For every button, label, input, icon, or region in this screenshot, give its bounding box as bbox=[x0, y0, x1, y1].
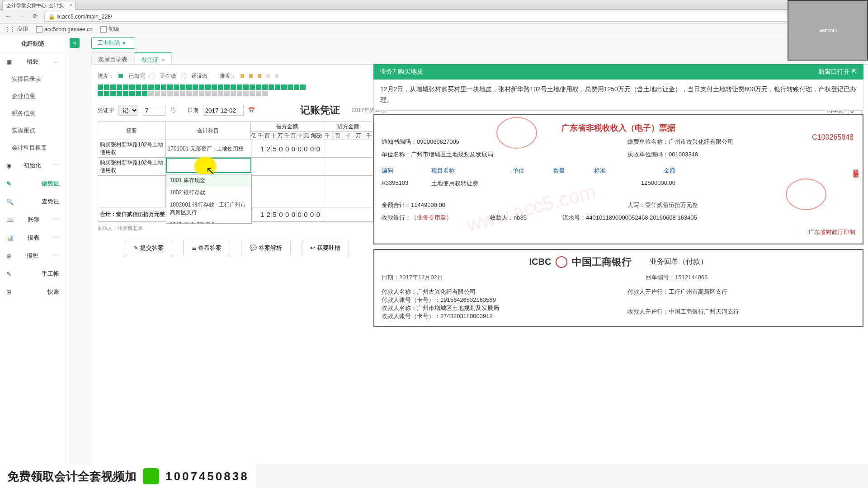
credit-amount-cell[interactable] bbox=[323, 158, 373, 175]
reload-icon[interactable]: ⟳ bbox=[31, 13, 39, 21]
debit-amount-cell[interactable]: 1250000000 bbox=[251, 140, 323, 157]
explain-answer-button[interactable]: 💬 答案解析 bbox=[241, 241, 291, 255]
progress-label: 进度： bbox=[98, 72, 114, 80]
sidebar-quick[interactable]: ⊞ 快账 bbox=[0, 283, 66, 301]
sidebar: 化纤制造 ▦ 概要︿ 实操目录表 企业信息 税务信息 实操重点 会计科目概要 ◉… bbox=[0, 35, 66, 465]
difficulty-label: 难度： bbox=[220, 72, 236, 80]
page-icon bbox=[36, 26, 42, 33]
url-text: lx.acc5.com/main_228/ bbox=[57, 14, 112, 20]
receipt-document-1: 广东省非税收收入（电子）票据 C100265848 第二联 交款人 www.ac… bbox=[373, 114, 863, 244]
maker-label: 制单人： bbox=[98, 225, 118, 231]
sidebar-report[interactable]: 📊 报表﹀ bbox=[0, 229, 66, 247]
voucher-grid: 摘要 会计科目 借方金额 亿千百十万千百十元角分 贷方金额 亿千百十万千百 购买… bbox=[98, 122, 373, 222]
col-account: 会计科目 bbox=[165, 122, 251, 140]
icbc-en: ICBC bbox=[529, 257, 552, 267]
date-input[interactable] bbox=[203, 105, 244, 116]
bookmark-2[interactable]: 初级 bbox=[100, 25, 119, 33]
chevron-down-icon: ﹀ bbox=[53, 216, 59, 224]
square-icon bbox=[181, 74, 185, 78]
print-footer: 广东省财政厅印制 bbox=[382, 228, 855, 236]
apps-button[interactable]: ⋮⋮ 应用 bbox=[5, 25, 28, 33]
square-icon bbox=[150, 74, 154, 78]
receipt-copy-label: 第二联 交款人 bbox=[852, 165, 860, 167]
debit-amount-cell[interactable] bbox=[251, 158, 323, 175]
summary-cell[interactable]: 购买张村新华路102号土地使用权 bbox=[98, 140, 166, 157]
sidebar-item-acctover[interactable]: 会计科目概要 bbox=[0, 139, 66, 156]
account-dropdown: 1001 库存现金 1002 银行存款 1002001 银行存款 - 工行广州市… bbox=[166, 174, 252, 224]
footer-text: 免费领取会计全套视频加 bbox=[7, 469, 137, 484]
receipt-no: C100265848 bbox=[812, 133, 854, 141]
chevron-down-icon: ﹀ bbox=[53, 234, 59, 242]
sidebar-item-keypoint[interactable]: 实操重点 bbox=[0, 122, 66, 139]
submit-answer-button[interactable]: ✎ 提交答案 bbox=[125, 241, 172, 255]
page-icon bbox=[100, 26, 107, 33]
wechat-icon bbox=[143, 468, 159, 484]
dropdown-item[interactable]: 1002 银行存款 bbox=[166, 187, 251, 199]
sidebar-item-taxinfo[interactable]: 税务信息 bbox=[0, 105, 66, 122]
dropdown-item[interactable]: 1001 库存现金 bbox=[166, 174, 251, 187]
sidebar-item-company[interactable]: 企业信息 bbox=[0, 88, 66, 105]
address-bar[interactable]: 🔒 lx.acc5.com/main_228/ bbox=[44, 12, 837, 22]
task-description: 12月2日，从增城张村购买村里一块地皮，张村新华路102号土地使用权，总费用12… bbox=[373, 80, 863, 111]
account-cell[interactable]: 1701001 无形资产 - 土地使用权 bbox=[166, 140, 251, 157]
bookmark-1[interactable]: acc5com.gensee.cc bbox=[36, 26, 92, 33]
collapse-sidebar-button[interactable]: « bbox=[70, 38, 80, 48]
browser-tab[interactable]: 会计学堂实操中心_会计实× bbox=[2, 1, 75, 10]
close-icon[interactable]: × bbox=[70, 2, 72, 8]
col-debit: 借方金额 bbox=[251, 122, 323, 132]
sidebar-query[interactable]: 🔍 查凭证 bbox=[0, 192, 66, 211]
col-summary: 摘要 bbox=[98, 122, 165, 140]
progress-cells bbox=[98, 84, 306, 96]
apps-label: 应用 bbox=[17, 25, 28, 33]
task-title: 业务7 购买地皮 bbox=[380, 68, 423, 76]
col-credit: 贷方金额 bbox=[323, 122, 373, 132]
voucher-type-label: 凭证字 bbox=[98, 107, 114, 114]
icbc-name: 中国工商银行 bbox=[572, 255, 632, 269]
chevron-down-icon: ﹀ bbox=[53, 252, 59, 260]
calendar-icon[interactable]: 📅 bbox=[248, 107, 255, 113]
sidebar-manual[interactable]: ✎ 手工帐 bbox=[0, 265, 66, 283]
footer-banner: 免费领取会计全套视频加 1007450838 bbox=[0, 465, 256, 488]
chevron-up-icon: ︿ bbox=[53, 57, 59, 66]
total-credit bbox=[323, 207, 373, 221]
sidebar-overview[interactable]: ▦ 概要︿ bbox=[0, 52, 66, 70]
back-icon[interactable]: ← bbox=[4, 13, 12, 21]
sidebar-tax[interactable]: ⊕ 报税﹀ bbox=[0, 247, 66, 265]
summary-cell[interactable]: 购买张村新华路102号土地使用权 bbox=[98, 158, 166, 175]
sidebar-item-catalog[interactable]: 实操目录表 bbox=[0, 70, 66, 88]
complain-button[interactable]: ↩ 我要吐槽 bbox=[302, 241, 349, 255]
industry-select[interactable]: 工业制造 ▾ bbox=[91, 37, 135, 49]
footer-qq: 1007450838 bbox=[165, 469, 249, 483]
close-icon[interactable]: × bbox=[161, 56, 165, 63]
chevron-down-icon: ﹀ bbox=[53, 161, 59, 169]
sidebar-voucher[interactable]: ✎ 做凭证 bbox=[0, 174, 66, 192]
task-header: 业务7 购买地皮 新窗口打开 ⇱ bbox=[373, 64, 863, 80]
stamp-icon bbox=[496, 117, 537, 149]
voucher-number-input[interactable] bbox=[143, 105, 165, 116]
dropdown-item[interactable]: 1002001 银行存款 - 工行广州市高新区支行 bbox=[166, 199, 251, 219]
voucher-title: 记账凭证 bbox=[300, 103, 340, 117]
tab-title: 会计学堂实操中心_会计实 bbox=[6, 3, 64, 8]
difficulty-icon bbox=[241, 74, 244, 78]
stamp-icon bbox=[786, 178, 826, 210]
receipt2-title: 业务回单（付款） bbox=[650, 257, 708, 267]
voucher-type-select[interactable]: 记 bbox=[118, 105, 138, 116]
total-debit: 1250000000 bbox=[251, 207, 323, 221]
receipt-document-2: ICBC 中国工商银行 业务回单（付款） 日期：2017年12月02日 回单编号… bbox=[373, 249, 863, 327]
sidebar-ledger[interactable]: 📖 账簿﹀ bbox=[0, 211, 66, 229]
view-answer-button[interactable]: ≣ 查看答案 bbox=[183, 241, 231, 255]
date-label: 日期 bbox=[188, 107, 198, 114]
webcam-overlay: webcam bbox=[788, 0, 868, 61]
sidebar-title: 化纤制造 bbox=[0, 35, 66, 52]
forward-icon[interactable]: → bbox=[17, 13, 25, 21]
square-icon bbox=[118, 74, 123, 78]
credit-amount-cell[interactable] bbox=[323, 140, 373, 157]
open-new-window-button[interactable]: 新窗口打开 ⇱ bbox=[818, 68, 857, 76]
icbc-logo-icon bbox=[556, 256, 567, 268]
account-input[interactable] bbox=[166, 158, 251, 173]
dropdown-item[interactable]: 1012 其他货币资金 bbox=[166, 219, 251, 224]
sidebar-init[interactable]: ◉ 初始化﹀ bbox=[0, 156, 66, 174]
receipt-title: 广东省非税收收入（电子）票据 bbox=[382, 122, 855, 133]
